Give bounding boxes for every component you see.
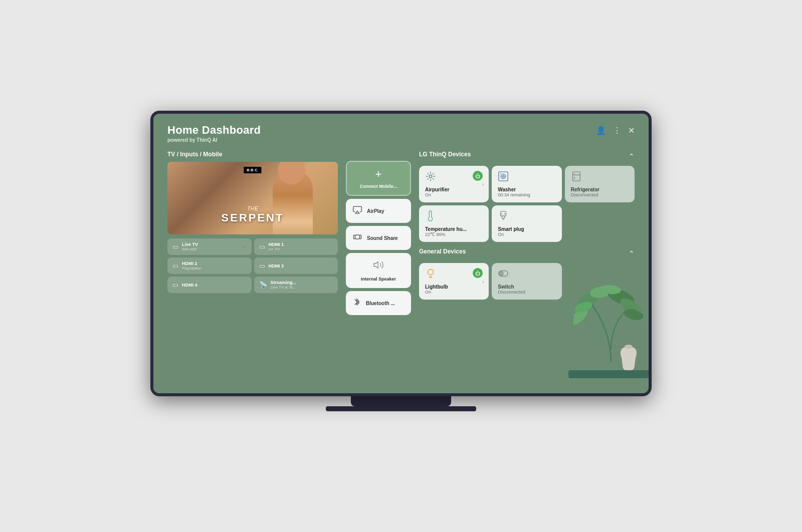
general-device-grid: ⏻ Lightbulb On › (419, 263, 635, 300)
svg-rect-5 (499, 172, 508, 181)
subtitle-prefix: powered by (167, 137, 195, 143)
right-panel: LG ThinQ Devices ⌃ (419, 151, 635, 383)
input-hdmi3[interactable]: ▭ HDMI 3 (254, 257, 338, 274)
tv-stand (351, 396, 451, 406)
sound-share-label: Sound Share (367, 235, 398, 241)
lightbulb-status: On (425, 290, 483, 295)
svg-point-6 (501, 174, 506, 178)
temperature-name: Temperature hu... (425, 226, 483, 232)
washer-status: 00:34 remaining (498, 192, 555, 197)
hdmi1-icon: ▭ (259, 243, 265, 250)
svg-rect-13 (501, 211, 506, 216)
bluetooth-label: Bluetooth ... (366, 301, 395, 306)
streaming-sub: Live TV & St... (271, 285, 297, 290)
device-switch[interactable]: Switch Disconnected (492, 263, 561, 300)
user-icon[interactable]: 👤 (596, 126, 606, 135)
hdmi2-name: HDMI 2 (182, 261, 202, 266)
hdmi2-sub: Playstation (182, 266, 202, 271)
hdmi1-name: HDMI 1 (269, 242, 284, 247)
general-collapse-icon[interactable]: ⌃ (629, 249, 635, 257)
tv-base (326, 406, 476, 411)
temperature-icon (425, 210, 436, 223)
active-check-icon: ✓ (242, 243, 247, 250)
lightbulb-header: ⏻ (425, 268, 483, 281)
svg-rect-9 (572, 172, 580, 181)
svg-point-19 (500, 272, 503, 275)
tv-wrapper: Home Dashboard powered by ThinQ AI 👤 ⋮ ✕ (150, 111, 652, 421)
thinq-section-header: LG ThinQ Devices ⌃ (419, 151, 635, 162)
input-live-tv[interactable]: ▭ Live TV 000-000 ✓ (167, 238, 252, 255)
lightbulb-icon (425, 268, 436, 281)
refrigerator-status: Disconnected (571, 192, 629, 197)
smart-plug-header (498, 210, 555, 223)
hdmi3-icon: ▭ (259, 262, 265, 270)
sound-share-icon (353, 232, 362, 243)
switch-icon (498, 268, 509, 281)
device-lightbulb[interactable]: ⏻ Lightbulb On › (419, 263, 489, 300)
close-icon[interactable]: ✕ (628, 126, 635, 135)
main-content: TV / Inputs / Mobile BBC (167, 151, 635, 383)
live-tv-icon: ▭ (172, 243, 178, 250)
airpurifier-chevron: › (482, 181, 484, 187)
hdmi4-icon: ▭ (172, 281, 178, 289)
tv-screen: Home Dashboard powered by ThinQ AI 👤 ⋮ ✕ (153, 114, 649, 393)
washer-name: Washer (498, 187, 555, 192)
hdmi2-icon: ▭ (172, 262, 178, 270)
svg-point-4 (429, 175, 432, 178)
airplay-label: AirPlay (367, 208, 384, 214)
switch-header (498, 268, 555, 281)
input-grid: ▭ Live TV 000-000 ✓ ▭ HDMI 1 (167, 238, 338, 293)
live-tv-info: Live TV 000-000 (182, 242, 198, 251)
device-airpurifier[interactable]: ⏻ Airpurifier On › (419, 166, 489, 202)
show-title-main: SERPENT (167, 211, 338, 224)
hdmi1-sub: U+ TV (269, 247, 284, 251)
airplay-card[interactable]: AirPlay (346, 199, 411, 223)
hdmi2-info: HDMI 2 Playstation (182, 261, 202, 271)
device-washer[interactable]: Washer 00:34 remaining (492, 166, 561, 202)
connect-mobile-label: Connect Mobile... (360, 184, 397, 189)
thinq-device-grid: ⏻ Airpurifier On › (419, 166, 635, 242)
general-section-title: General Devices (419, 248, 466, 255)
bluetooth-icon (353, 297, 361, 309)
more-icon[interactable]: ⋮ (613, 126, 621, 135)
show-title-overlay: THE SERPENT (167, 205, 338, 234)
bluetooth-card[interactable]: Bluetooth ... (346, 291, 411, 315)
temperature-header (425, 210, 483, 223)
tv-preview[interactable]: BBC THE SERPENT (167, 162, 338, 234)
temperature-status: 22℃ 80% (425, 232, 483, 237)
airpurifier-icon (425, 171, 436, 184)
smart-plug-name: Smart plug (498, 226, 555, 232)
hdmi3-info: HDMI 3 (269, 263, 284, 269)
general-section-header: General Devices ⌃ (419, 248, 635, 259)
input-hdmi4[interactable]: ▭ HDMI 4 (167, 277, 252, 293)
washer-icon (498, 171, 509, 184)
tv-body: Home Dashboard powered by ThinQ AI 👤 ⋮ ✕ (150, 111, 652, 396)
input-hdmi1[interactable]: ▭ HDMI 1 U+ TV (254, 238, 338, 255)
device-refrigerator[interactable]: Refrigerator Disconnected (565, 166, 635, 202)
hdmi4-info: HDMI 4 (182, 283, 197, 288)
input-streaming[interactable]: 📡 Streaming... Live TV & St... (254, 277, 338, 293)
device-temperature[interactable]: Temperature hu... 22℃ 80% (419, 205, 489, 242)
airpurifier-header: ⏻ (425, 171, 483, 184)
device-smart-plug[interactable]: Smart plug On (492, 205, 561, 242)
connect-mobile-card[interactable]: + Connect Mobile... (346, 161, 411, 196)
airplay-icon (353, 205, 362, 216)
airpurifier-status: On (425, 192, 483, 197)
hdmi4-name: HDMI 4 (182, 283, 197, 288)
input-hdmi2[interactable]: ▭ HDMI 2 Playstation (167, 257, 252, 274)
airpurifier-power[interactable]: ⏻ (473, 171, 483, 181)
sound-share-card[interactable]: Sound Share (346, 226, 411, 250)
svg-rect-2 (360, 235, 361, 239)
refrigerator-icon (571, 171, 582, 184)
lightbulb-chevron: › (482, 279, 484, 284)
tv-section-title: TV / Inputs / Mobile (167, 151, 338, 158)
thinq-collapse-icon[interactable]: ⌃ (629, 152, 635, 160)
internal-speaker-label: Internal Speaker (361, 277, 396, 282)
header-subtitle: powered by ThinQ AI (167, 137, 261, 143)
smart-plug-icon (498, 210, 509, 223)
internal-speaker-card[interactable]: Internal Speaker (346, 253, 411, 288)
streaming-icon: 📡 (259, 281, 267, 289)
lightbulb-power[interactable]: ⏻ (473, 268, 483, 278)
connect-plus-icon: + (375, 168, 382, 181)
refrigerator-header (571, 171, 629, 184)
